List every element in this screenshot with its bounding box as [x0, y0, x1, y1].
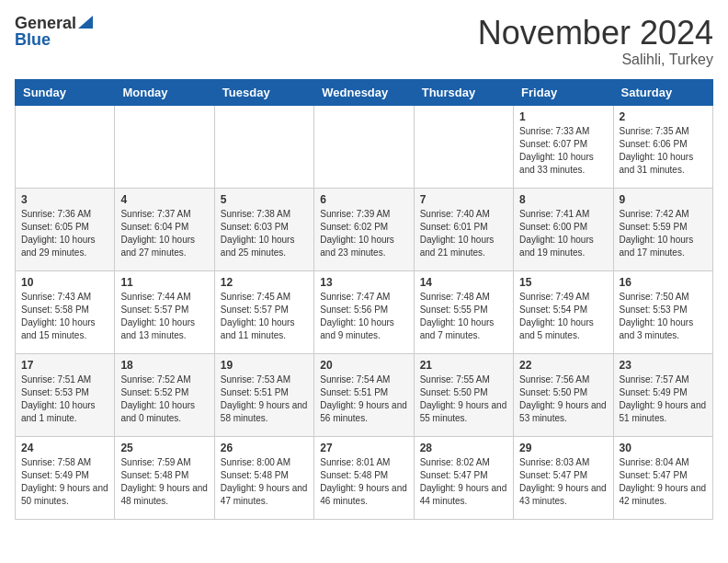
day-info: Sunrise: 7:37 AM Sunset: 6:04 PM Dayligh…	[120, 208, 208, 259]
logo: General Blue	[15, 15, 93, 48]
month-title: November 2024	[478, 15, 713, 52]
calendar-cell: 29Sunrise: 8:03 AM Sunset: 5:47 PM Dayli…	[514, 436, 613, 519]
day-number: 23	[620, 359, 707, 372]
calendar-cell	[214, 105, 313, 188]
calendar-week-row: 10Sunrise: 7:43 AM Sunset: 5:58 PM Dayli…	[16, 270, 713, 353]
weekday-header-sunday: Sunday	[16, 79, 115, 105]
day-info: Sunrise: 7:53 AM Sunset: 5:51 PM Dayligh…	[221, 373, 308, 425]
calendar-cell: 15Sunrise: 7:49 AM Sunset: 5:54 PM Dayli…	[514, 270, 613, 353]
day-number: 2	[620, 110, 707, 123]
calendar-week-row: 24Sunrise: 7:58 AM Sunset: 5:49 PM Dayli…	[16, 436, 713, 519]
day-number: 27	[320, 442, 407, 454]
day-info: Sunrise: 7:50 AM Sunset: 5:53 PM Dayligh…	[620, 291, 707, 342]
day-number: 25	[120, 442, 208, 454]
day-number: 11	[120, 276, 208, 289]
calendar-table: SundayMondayTuesdayWednesdayThursdayFrid…	[15, 79, 713, 520]
day-number: 14	[420, 276, 507, 289]
day-number: 22	[519, 359, 607, 372]
day-info: Sunrise: 7:48 AM Sunset: 5:55 PM Dayligh…	[420, 291, 507, 342]
page-header: General Blue November 2024 Salihli, Turk…	[15, 15, 713, 68]
calendar-cell: 18Sunrise: 7:52 AM Sunset: 5:52 PM Dayli…	[115, 353, 214, 436]
day-info: Sunrise: 7:59 AM Sunset: 5:48 PM Dayligh…	[120, 456, 208, 508]
day-number: 18	[120, 359, 208, 372]
day-number: 10	[21, 276, 108, 289]
day-number: 21	[420, 359, 507, 372]
logo-triangle-icon	[78, 16, 93, 29]
day-info: Sunrise: 7:54 AM Sunset: 5:51 PM Dayligh…	[320, 373, 407, 425]
day-number: 9	[620, 193, 707, 206]
svg-marker-0	[78, 16, 93, 29]
calendar-cell: 17Sunrise: 7:51 AM Sunset: 5:53 PM Dayli…	[16, 353, 115, 436]
calendar-cell: 20Sunrise: 7:54 AM Sunset: 5:51 PM Dayli…	[314, 353, 414, 436]
logo-blue: Blue	[15, 31, 51, 48]
day-info: Sunrise: 7:55 AM Sunset: 5:50 PM Dayligh…	[420, 373, 507, 425]
day-info: Sunrise: 7:47 AM Sunset: 5:56 PM Dayligh…	[320, 291, 407, 342]
calendar-cell: 7Sunrise: 7:40 AM Sunset: 6:01 PM Daylig…	[414, 188, 513, 270]
weekday-header-row: SundayMondayTuesdayWednesdayThursdayFrid…	[16, 79, 713, 105]
calendar-cell	[115, 105, 214, 188]
day-info: Sunrise: 8:00 AM Sunset: 5:48 PM Dayligh…	[221, 456, 308, 508]
weekday-header-friday: Friday	[514, 79, 613, 105]
calendar-cell: 23Sunrise: 7:57 AM Sunset: 5:49 PM Dayli…	[613, 353, 712, 436]
calendar-cell: 4Sunrise: 7:37 AM Sunset: 6:04 PM Daylig…	[115, 188, 214, 270]
day-info: Sunrise: 7:43 AM Sunset: 5:58 PM Dayligh…	[21, 291, 108, 342]
day-info: Sunrise: 7:40 AM Sunset: 6:01 PM Dayligh…	[420, 208, 507, 259]
day-info: Sunrise: 7:36 AM Sunset: 6:05 PM Dayligh…	[21, 208, 108, 259]
calendar-cell: 13Sunrise: 7:47 AM Sunset: 5:56 PM Dayli…	[314, 270, 414, 353]
calendar-cell: 27Sunrise: 8:01 AM Sunset: 5:48 PM Dayli…	[314, 436, 414, 519]
day-info: Sunrise: 7:49 AM Sunset: 5:54 PM Dayligh…	[519, 291, 607, 342]
calendar-cell: 3Sunrise: 7:36 AM Sunset: 6:05 PM Daylig…	[16, 188, 115, 270]
calendar-cell: 26Sunrise: 8:00 AM Sunset: 5:48 PM Dayli…	[214, 436, 313, 519]
calendar-cell: 30Sunrise: 8:04 AM Sunset: 5:47 PM Dayli…	[613, 436, 712, 519]
calendar-cell: 19Sunrise: 7:53 AM Sunset: 5:51 PM Dayli…	[214, 353, 313, 436]
day-info: Sunrise: 7:44 AM Sunset: 5:57 PM Dayligh…	[120, 291, 208, 342]
calendar-cell: 25Sunrise: 7:59 AM Sunset: 5:48 PM Dayli…	[115, 436, 214, 519]
day-number: 16	[620, 276, 707, 289]
calendar-cell: 28Sunrise: 8:02 AM Sunset: 5:47 PM Dayli…	[414, 436, 513, 519]
day-number: 3	[21, 193, 108, 206]
day-number: 4	[120, 193, 208, 206]
weekday-header-wednesday: Wednesday	[314, 79, 414, 105]
calendar-cell: 9Sunrise: 7:42 AM Sunset: 5:59 PM Daylig…	[613, 188, 712, 270]
weekday-header-thursday: Thursday	[414, 79, 513, 105]
day-number: 7	[420, 193, 507, 206]
day-number: 28	[420, 442, 507, 454]
day-info: Sunrise: 8:03 AM Sunset: 5:47 PM Dayligh…	[519, 456, 607, 508]
calendar-cell: 2Sunrise: 7:35 AM Sunset: 6:06 PM Daylig…	[613, 105, 712, 188]
day-number: 19	[221, 359, 308, 372]
day-number: 24	[21, 442, 108, 454]
day-number: 1	[519, 110, 607, 123]
day-info: Sunrise: 7:38 AM Sunset: 6:03 PM Dayligh…	[221, 208, 308, 259]
calendar-cell: 6Sunrise: 7:39 AM Sunset: 6:02 PM Daylig…	[314, 188, 414, 270]
calendar-cell: 22Sunrise: 7:56 AM Sunset: 5:50 PM Dayli…	[514, 353, 613, 436]
location: Salihli, Turkey	[478, 52, 713, 68]
weekday-header-saturday: Saturday	[613, 79, 712, 105]
day-info: Sunrise: 7:45 AM Sunset: 5:57 PM Dayligh…	[221, 291, 308, 342]
calendar-week-row: 3Sunrise: 7:36 AM Sunset: 6:05 PM Daylig…	[16, 188, 713, 270]
day-number: 29	[519, 442, 607, 454]
weekday-header-tuesday: Tuesday	[214, 79, 313, 105]
day-info: Sunrise: 8:01 AM Sunset: 5:48 PM Dayligh…	[320, 456, 407, 508]
day-info: Sunrise: 7:56 AM Sunset: 5:50 PM Dayligh…	[519, 373, 607, 425]
day-number: 5	[221, 193, 308, 206]
day-info: Sunrise: 7:52 AM Sunset: 5:52 PM Dayligh…	[120, 373, 208, 425]
day-info: Sunrise: 7:58 AM Sunset: 5:49 PM Dayligh…	[21, 456, 108, 508]
calendar-cell	[414, 105, 513, 188]
day-number: 17	[21, 359, 108, 372]
calendar-cell: 1Sunrise: 7:33 AM Sunset: 6:07 PM Daylig…	[514, 105, 613, 188]
day-info: Sunrise: 7:41 AM Sunset: 6:00 PM Dayligh…	[519, 208, 607, 259]
calendar-cell	[16, 105, 115, 188]
calendar-cell: 8Sunrise: 7:41 AM Sunset: 6:00 PM Daylig…	[514, 188, 613, 270]
calendar-cell: 5Sunrise: 7:38 AM Sunset: 6:03 PM Daylig…	[214, 188, 313, 270]
title-area: November 2024 Salihli, Turkey	[478, 15, 713, 68]
calendar-cell: 24Sunrise: 7:58 AM Sunset: 5:49 PM Dayli…	[16, 436, 115, 519]
day-info: Sunrise: 7:35 AM Sunset: 6:06 PM Dayligh…	[620, 125, 707, 177]
calendar-week-row: 17Sunrise: 7:51 AM Sunset: 5:53 PM Dayli…	[16, 353, 713, 436]
calendar-week-row: 1Sunrise: 7:33 AM Sunset: 6:07 PM Daylig…	[16, 105, 713, 188]
day-number: 15	[519, 276, 607, 289]
day-info: Sunrise: 7:42 AM Sunset: 5:59 PM Dayligh…	[620, 208, 707, 259]
day-info: Sunrise: 8:02 AM Sunset: 5:47 PM Dayligh…	[420, 456, 507, 508]
calendar-cell: 14Sunrise: 7:48 AM Sunset: 5:55 PM Dayli…	[414, 270, 513, 353]
day-number: 26	[221, 442, 308, 454]
day-number: 8	[519, 193, 607, 206]
